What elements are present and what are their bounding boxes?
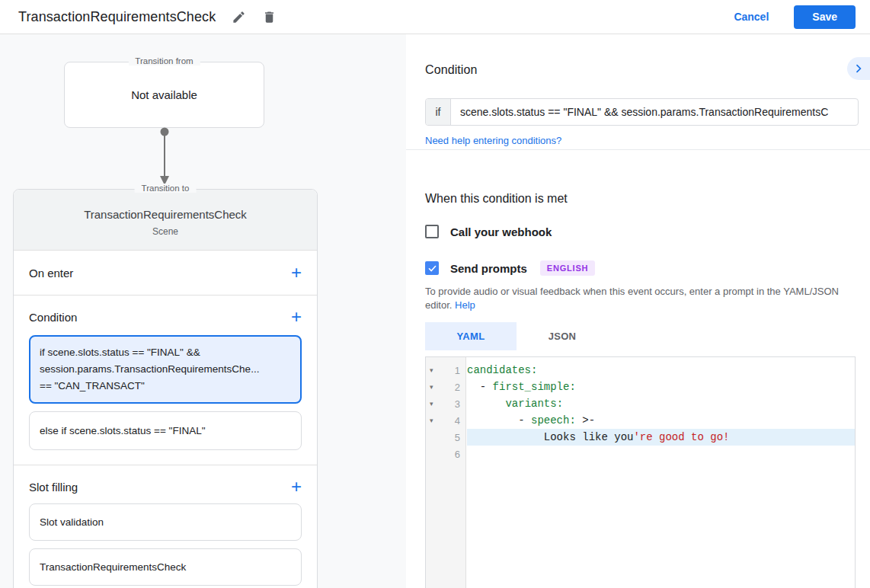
tab-yaml[interactable]: YAML [425, 322, 517, 350]
code-line[interactable]: ▾3 variants: [426, 395, 855, 412]
code-line[interactable]: 5 Looks like you're good to go! [426, 429, 855, 446]
edit-button[interactable] [231, 9, 246, 24]
checkmark-icon [427, 264, 437, 273]
webhook-checkbox[interactable] [425, 225, 439, 238]
conditions-help-link[interactable]: Need help entering conditions? [425, 135, 561, 146]
line-number: 2 [438, 382, 467, 393]
webhook-label[interactable]: Call your webhook [450, 225, 552, 238]
prompts-description-text: To provide audio or visual feedback when… [425, 286, 839, 311]
scene-name: TransactionRequirementsCheck [14, 208, 317, 221]
code-line[interactable]: ▾1candidates: [426, 362, 855, 379]
slot-filling-section: Slot filling + Slot validation Transacti… [14, 465, 317, 588]
webhook-row: Call your webhook [425, 225, 870, 238]
condition-section: Condition + if scene.slots.status == "FI… [14, 296, 317, 465]
scene-editor: TransactionRequirementsCheck Cancel Save… [0, 0, 870, 588]
slot-card[interactable]: Slot validation [29, 503, 302, 541]
condition-card-selected[interactable]: if scene.slots.status == "FINAL" && sess… [29, 335, 302, 404]
fold-arrow-icon[interactable]: ▾ [426, 417, 438, 424]
send-prompts-row: Send prompts ENGLISH [425, 260, 870, 276]
code-token: - [467, 414, 531, 427]
fold-arrow-icon[interactable]: ▾ [426, 383, 438, 391]
code-line[interactable]: ▾4 - speech: >- [426, 412, 855, 429]
transition-arrow-icon [159, 127, 170, 188]
save-button[interactable]: Save [794, 5, 856, 29]
add-condition-button[interactable]: + [291, 309, 302, 324]
add-slot-button[interactable]: + [291, 479, 302, 494]
scene-type-label: Scene [14, 226, 317, 237]
delete-button[interactable] [261, 9, 277, 24]
condition-if-input[interactable]: scene.slots.status == "FINAL" && session… [451, 99, 858, 125]
transition-to-legend: Transition to [135, 184, 197, 193]
slot-filling-label: Slot filling [29, 481, 78, 494]
page-title: TransactionRequirementsCheck [18, 9, 216, 25]
line-number: 4 [438, 415, 467, 427]
transition-panel: Transition from Not available Transition… [0, 34, 406, 588]
send-prompts-label[interactable]: Send prompts [450, 262, 527, 275]
code-token [467, 398, 505, 410]
on-enter-row: On enter + [14, 251, 317, 296]
tab-json[interactable]: JSON [517, 322, 608, 350]
code-token: first_simple: [493, 381, 576, 393]
fold-arrow-icon[interactable]: ▾ [426, 366, 438, 374]
transition-to-card: Transition to TransactionRequirementsChe… [13, 189, 318, 588]
code-line[interactable]: ▾2 - first_simple: [426, 379, 855, 395]
line-number: 3 [438, 398, 467, 410]
transition-from-legend: Transition from [128, 56, 200, 66]
condition-detail-panel: Condition if scene.slots.status == "FINA… [406, 34, 870, 588]
transition-from-box: Transition from Not available [64, 62, 264, 128]
slot-card[interactable]: TransactionRequirementsCheck [29, 548, 302, 586]
on-enter-label: On enter [29, 267, 73, 280]
prompts-help-link[interactable]: Help [455, 299, 475, 311]
collapse-panel-button[interactable] [847, 57, 870, 80]
editor-tabs: YAML JSON [425, 322, 870, 350]
chevron-right-icon [852, 62, 865, 75]
code-token: Looks like you [467, 431, 633, 443]
fold-arrow-icon[interactable]: ▾ [426, 400, 438, 407]
code-token: speech: [531, 414, 576, 427]
line-number: 5 [438, 432, 467, 443]
top-bar: TransactionRequirementsCheck Cancel Save [0, 0, 870, 34]
code-token: >- [576, 414, 595, 427]
yaml-editor[interactable]: ▾1candidates:▾2 - first_simple:▾3 varian… [425, 356, 856, 588]
code-token: candidates: [467, 364, 537, 376]
send-prompts-checkbox[interactable] [425, 261, 439, 275]
condition-section-label: Condition [29, 311, 77, 324]
code-token: variants: [505, 398, 563, 410]
cancel-button[interactable]: Cancel [734, 11, 769, 23]
code-token: - [467, 381, 493, 393]
condition-card[interactable]: else if scene.slots.status == "FINAL" [29, 411, 302, 450]
code-line[interactable]: 6 [426, 446, 855, 462]
condition-if-group: if scene.slots.status == "FINAL" && sess… [425, 98, 859, 126]
transition-from-value: Not available [131, 88, 197, 101]
pencil-icon [232, 10, 246, 24]
add-on-enter-button[interactable]: + [291, 265, 302, 280]
if-label: if [426, 99, 451, 125]
section-divider [406, 149, 870, 150]
code-lines: ▾1candidates:▾2 - first_simple:▾3 varian… [426, 357, 855, 462]
trash-icon [262, 10, 277, 24]
line-number: 6 [438, 449, 467, 460]
line-number: 1 [438, 365, 467, 376]
prompts-description: To provide audio or visual feedback when… [425, 285, 854, 312]
code-token: 're good to go! [633, 431, 729, 443]
when-met-heading: When this condition is met [425, 192, 870, 206]
language-badge: ENGLISH [540, 260, 596, 276]
condition-heading: Condition [425, 63, 870, 77]
scene-card-header: TransactionRequirementsCheck Scene [14, 190, 317, 251]
